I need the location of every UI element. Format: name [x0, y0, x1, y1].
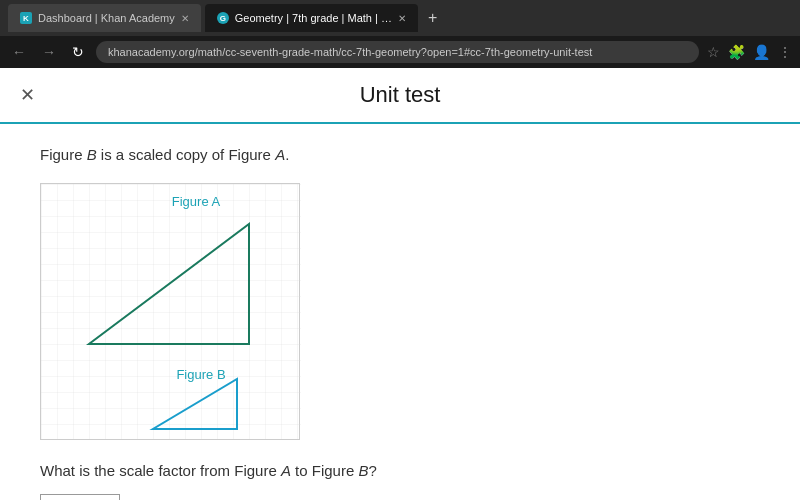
main-content: Figure B is a scaled copy of Figure A. F… [0, 124, 700, 500]
new-tab-button[interactable]: + [422, 9, 443, 27]
extension-icon[interactable]: 🧩 [728, 44, 745, 60]
url-bar[interactable]: khanacademy.org/math/cc-seventh-grade-ma… [96, 41, 699, 63]
forward-button[interactable]: → [38, 42, 60, 62]
back-button[interactable]: ← [8, 42, 30, 62]
browser-action-icons: ☆ 🧩 👤 ⋮ [707, 44, 792, 60]
tab-label-geometry: Geometry | 7th grade | Math | … [235, 12, 392, 24]
address-bar: ← → ↻ khanacademy.org/math/cc-seventh-gr… [0, 36, 800, 68]
figure-svg: Figure A Figure B [41, 184, 301, 439]
profile-icon[interactable]: 👤 [753, 44, 770, 60]
svg-text:Figure B: Figure B [176, 367, 225, 382]
question-label: What is the scale factor from Figure A t… [40, 460, 660, 483]
page-title: Unit test [0, 82, 800, 108]
reload-button[interactable]: ↻ [68, 42, 88, 62]
figure-container: Figure A Figure B [40, 183, 300, 440]
url-text: khanacademy.org/math/cc-seventh-grade-ma… [108, 46, 592, 58]
tab-favicon-geometry: G [217, 12, 229, 24]
tab-close-dashboard[interactable]: ✕ [181, 13, 189, 24]
tab-geometry[interactable]: G Geometry | 7th grade | Math | … ✕ [205, 4, 418, 32]
tab-label-dashboard: Dashboard | Khan Academy [38, 12, 175, 24]
page-header: ✕ Unit test [0, 68, 800, 124]
close-button[interactable]: ✕ [20, 84, 35, 106]
menu-icon[interactable]: ⋮ [778, 44, 792, 60]
tab-dashboard[interactable]: K Dashboard | Khan Academy ✕ [8, 4, 201, 32]
tab-close-geometry[interactable]: ✕ [398, 13, 406, 24]
answer-input[interactable] [40, 494, 120, 500]
problem-description: Figure B is a scaled copy of Figure A. [40, 144, 660, 167]
svg-text:Figure A: Figure A [172, 194, 221, 209]
bookmark-icon[interactable]: ☆ [707, 44, 720, 60]
tab-favicon-dashboard: K [20, 12, 32, 24]
browser-tabs: K Dashboard | Khan Academy ✕ G Geometry … [0, 0, 800, 36]
svg-rect-0 [41, 184, 301, 439]
